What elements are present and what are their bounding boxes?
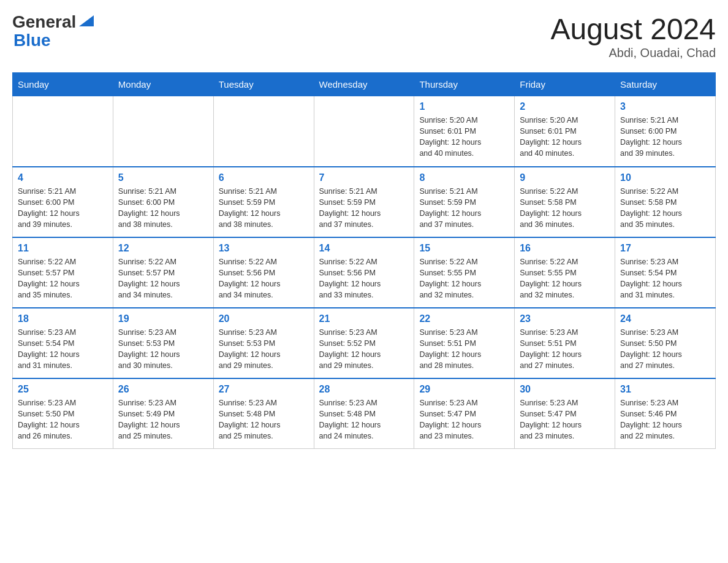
day-number: 11	[18, 243, 108, 254]
day-info: Sunrise: 5:23 AM Sunset: 5:54 PM Dayligh…	[620, 256, 710, 301]
logo-blue: Blue	[13, 31, 51, 50]
day-info: Sunrise: 5:20 AM Sunset: 6:01 PM Dayligh…	[419, 115, 509, 159]
calendar-cell	[314, 96, 414, 167]
logo-general: General	[12, 12, 76, 32]
calendar-cell: 10Sunrise: 5:22 AM Sunset: 5:58 PM Dayli…	[615, 167, 716, 237]
day-info: Sunrise: 5:21 AM Sunset: 6:00 PM Dayligh…	[118, 186, 208, 231]
calendar-cell: 21Sunrise: 5:23 AM Sunset: 5:52 PM Dayli…	[314, 308, 414, 378]
calendar-cell: 7Sunrise: 5:21 AM Sunset: 5:59 PM Daylig…	[314, 167, 414, 237]
day-number: 30	[520, 384, 610, 395]
header-day-friday: Friday	[515, 73, 615, 96]
day-number: 28	[319, 384, 409, 395]
month-title: August 2024	[550, 12, 716, 46]
header-day-tuesday: Tuesday	[213, 73, 314, 96]
calendar-cell: 17Sunrise: 5:23 AM Sunset: 5:54 PM Dayli…	[615, 237, 716, 308]
week-row-5: 25Sunrise: 5:23 AM Sunset: 5:50 PM Dayli…	[13, 378, 716, 449]
calendar-cell: 29Sunrise: 5:23 AM Sunset: 5:47 PM Dayli…	[414, 378, 515, 449]
day-info: Sunrise: 5:21 AM Sunset: 5:59 PM Dayligh…	[319, 186, 409, 231]
day-info: Sunrise: 5:23 AM Sunset: 5:53 PM Dayligh…	[219, 327, 309, 372]
day-info: Sunrise: 5:22 AM Sunset: 5:58 PM Dayligh…	[620, 186, 710, 231]
calendar-table: SundayMondayTuesdayWednesdayThursdayFrid…	[12, 72, 716, 449]
day-number: 18	[18, 313, 108, 324]
day-number: 19	[118, 313, 208, 324]
day-number: 10	[620, 172, 710, 183]
header-day-wednesday: Wednesday	[314, 73, 414, 96]
calendar-cell: 4Sunrise: 5:21 AM Sunset: 6:00 PM Daylig…	[13, 167, 113, 237]
calendar-cell: 8Sunrise: 5:21 AM Sunset: 5:59 PM Daylig…	[414, 167, 515, 237]
day-number: 17	[620, 243, 710, 254]
day-number: 9	[520, 172, 610, 183]
day-number: 22	[419, 313, 509, 324]
location-title: Abdi, Ouadai, Chad	[550, 46, 716, 60]
calendar-cell: 24Sunrise: 5:23 AM Sunset: 5:50 PM Dayli…	[615, 308, 716, 378]
day-number: 2	[520, 101, 610, 112]
logo: General Blue	[12, 12, 95, 50]
calendar-cell: 23Sunrise: 5:23 AM Sunset: 5:51 PM Dayli…	[515, 308, 615, 378]
day-info: Sunrise: 5:23 AM Sunset: 5:50 PM Dayligh…	[18, 397, 108, 442]
day-number: 4	[18, 172, 108, 183]
calendar-cell: 27Sunrise: 5:23 AM Sunset: 5:48 PM Dayli…	[213, 378, 314, 449]
page-header: General Blue August 2024 Abdi, Ouadai, C…	[12, 12, 716, 60]
day-info: Sunrise: 5:21 AM Sunset: 6:00 PM Dayligh…	[620, 115, 710, 159]
calendar-cell: 16Sunrise: 5:22 AM Sunset: 5:55 PM Dayli…	[515, 237, 615, 308]
day-number: 15	[419, 243, 509, 254]
logo-triangle-icon	[78, 14, 95, 28]
day-info: Sunrise: 5:23 AM Sunset: 5:53 PM Dayligh…	[118, 327, 208, 372]
calendar-cell: 2Sunrise: 5:20 AM Sunset: 6:01 PM Daylig…	[515, 96, 615, 167]
day-info: Sunrise: 5:22 AM Sunset: 5:55 PM Dayligh…	[419, 256, 509, 301]
header-day-thursday: Thursday	[414, 73, 515, 96]
calendar-cell: 11Sunrise: 5:22 AM Sunset: 5:57 PM Dayli…	[13, 237, 113, 308]
calendar-cell	[213, 96, 314, 167]
day-number: 20	[219, 313, 309, 324]
week-row-4: 18Sunrise: 5:23 AM Sunset: 5:54 PM Dayli…	[13, 308, 716, 378]
day-info: Sunrise: 5:23 AM Sunset: 5:54 PM Dayligh…	[18, 327, 108, 372]
calendar-cell: 15Sunrise: 5:22 AM Sunset: 5:55 PM Dayli…	[414, 237, 515, 308]
day-number: 7	[319, 172, 409, 183]
day-info: Sunrise: 5:22 AM Sunset: 5:56 PM Dayligh…	[219, 256, 309, 301]
calendar-cell: 3Sunrise: 5:21 AM Sunset: 6:00 PM Daylig…	[615, 96, 716, 167]
day-info: Sunrise: 5:23 AM Sunset: 5:49 PM Dayligh…	[118, 397, 208, 442]
calendar-cell	[113, 96, 213, 167]
day-number: 14	[319, 243, 409, 254]
day-info: Sunrise: 5:22 AM Sunset: 5:57 PM Dayligh…	[18, 256, 108, 301]
day-number: 6	[219, 172, 309, 183]
calendar-cell: 1Sunrise: 5:20 AM Sunset: 6:01 PM Daylig…	[414, 96, 515, 167]
day-info: Sunrise: 5:23 AM Sunset: 5:51 PM Dayligh…	[520, 327, 610, 372]
day-number: 16	[520, 243, 610, 254]
day-number: 1	[419, 101, 509, 112]
day-info: Sunrise: 5:20 AM Sunset: 6:01 PM Dayligh…	[520, 115, 610, 159]
day-info: Sunrise: 5:22 AM Sunset: 5:55 PM Dayligh…	[520, 256, 610, 301]
day-number: 13	[219, 243, 309, 254]
week-row-2: 4Sunrise: 5:21 AM Sunset: 6:00 PM Daylig…	[13, 167, 716, 237]
calendar-cell: 14Sunrise: 5:22 AM Sunset: 5:56 PM Dayli…	[314, 237, 414, 308]
header-row: SundayMondayTuesdayWednesdayThursdayFrid…	[13, 73, 716, 96]
day-number: 8	[419, 172, 509, 183]
calendar-cell: 31Sunrise: 5:23 AM Sunset: 5:46 PM Dayli…	[615, 378, 716, 449]
day-number: 26	[118, 384, 208, 395]
calendar-cell: 22Sunrise: 5:23 AM Sunset: 5:51 PM Dayli…	[414, 308, 515, 378]
day-number: 12	[118, 243, 208, 254]
day-info: Sunrise: 5:23 AM Sunset: 5:52 PM Dayligh…	[319, 327, 409, 372]
calendar-cell: 18Sunrise: 5:23 AM Sunset: 5:54 PM Dayli…	[13, 308, 113, 378]
day-number: 25	[18, 384, 108, 395]
calendar-cell: 6Sunrise: 5:21 AM Sunset: 5:59 PM Daylig…	[213, 167, 314, 237]
header-day-sunday: Sunday	[13, 73, 113, 96]
header-day-saturday: Saturday	[615, 73, 716, 96]
day-info: Sunrise: 5:23 AM Sunset: 5:48 PM Dayligh…	[219, 397, 309, 442]
day-number: 27	[219, 384, 309, 395]
svg-marker-0	[79, 15, 94, 26]
day-info: Sunrise: 5:23 AM Sunset: 5:51 PM Dayligh…	[419, 327, 509, 372]
calendar-cell: 13Sunrise: 5:22 AM Sunset: 5:56 PM Dayli…	[213, 237, 314, 308]
day-info: Sunrise: 5:22 AM Sunset: 5:58 PM Dayligh…	[520, 186, 610, 231]
day-info: Sunrise: 5:23 AM Sunset: 5:47 PM Dayligh…	[520, 397, 610, 442]
week-row-3: 11Sunrise: 5:22 AM Sunset: 5:57 PM Dayli…	[13, 237, 716, 308]
header-day-monday: Monday	[113, 73, 213, 96]
calendar-cell: 9Sunrise: 5:22 AM Sunset: 5:58 PM Daylig…	[515, 167, 615, 237]
day-info: Sunrise: 5:21 AM Sunset: 5:59 PM Dayligh…	[419, 186, 509, 231]
calendar-cell	[13, 96, 113, 167]
day-info: Sunrise: 5:23 AM Sunset: 5:50 PM Dayligh…	[620, 327, 710, 372]
day-number: 3	[620, 101, 710, 112]
day-info: Sunrise: 5:21 AM Sunset: 6:00 PM Dayligh…	[18, 186, 108, 231]
calendar-cell: 25Sunrise: 5:23 AM Sunset: 5:50 PM Dayli…	[13, 378, 113, 449]
calendar-cell: 20Sunrise: 5:23 AM Sunset: 5:53 PM Dayli…	[213, 308, 314, 378]
